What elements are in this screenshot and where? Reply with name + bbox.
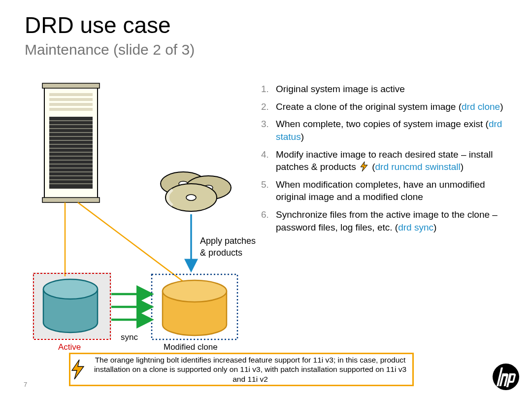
apply-label-line2: & products xyxy=(200,248,242,258)
step-5-text: When modification completes, have an unm… xyxy=(276,179,485,202)
svg-point-31 xyxy=(43,279,98,299)
steps-list: Original system image is active Create a… xyxy=(261,83,512,238)
apply-label-line1: Apply patches xyxy=(200,236,256,246)
page-number: 7 xyxy=(24,381,27,388)
server-icon xyxy=(42,83,100,202)
svg-rect-6 xyxy=(49,108,93,111)
sync-label: sync xyxy=(121,332,138,342)
svg-marker-36 xyxy=(361,162,367,171)
note-box: The orange lightning bolt identifies inc… xyxy=(69,353,414,386)
svg-rect-5 xyxy=(49,103,93,106)
step-3-pre: When complete, two copies of system imag… xyxy=(276,119,489,129)
step-4-cmd: drd runcmd swinstall xyxy=(375,162,461,172)
modified-disk-icon xyxy=(163,280,227,335)
svg-rect-2 xyxy=(42,198,100,202)
step-4-mid: ( xyxy=(369,162,375,172)
slide: DRD use case Maintenance (slide 2 of 3) xyxy=(0,0,532,399)
lightning-icon xyxy=(70,360,92,379)
svg-rect-3 xyxy=(49,93,93,96)
slide-title: DRD use case xyxy=(25,12,171,38)
step-2: Create a clone of the original system im… xyxy=(261,100,512,113)
step-2-cmd: drd clone xyxy=(462,101,500,112)
svg-rect-7 xyxy=(49,117,93,189)
step-6-post: ) xyxy=(433,222,436,233)
step-1: Original system image is active xyxy=(261,83,512,96)
active-disk-icon xyxy=(43,279,98,332)
step-2-post: ) xyxy=(500,101,503,112)
svg-point-32 xyxy=(163,280,227,302)
step-4: Modify inactive image to reach desired s… xyxy=(261,148,512,173)
hp-logo-icon xyxy=(492,363,520,391)
svg-point-30 xyxy=(186,195,196,200)
diagram-svg xyxy=(25,81,256,357)
sync-arrows xyxy=(111,294,149,320)
step-1-text: Original system image is active xyxy=(276,84,405,94)
svg-rect-4 xyxy=(49,98,93,101)
step-6: Synchronize files from the active image … xyxy=(261,208,512,233)
step-4-post: ) xyxy=(461,162,464,172)
modified-label: Modified clone xyxy=(164,342,218,352)
step-6-cmd: drd sync xyxy=(398,222,433,233)
lightning-icon xyxy=(360,162,368,171)
slide-subtitle: Maintenance (slide 2 of 3) xyxy=(25,41,195,58)
step-2-pre: Create a clone of the original system im… xyxy=(276,101,462,112)
active-label: Active xyxy=(58,342,81,352)
diagram: Apply patches & products Active Modified… xyxy=(25,81,256,357)
svg-marker-37 xyxy=(72,360,84,379)
note-text: The orange lightning bolt identifies inc… xyxy=(92,354,412,385)
step-6-pre: Synchronize files from the active image … xyxy=(276,209,498,233)
step-3: When complete, two copies of system imag… xyxy=(261,118,512,143)
step-3-post: ) xyxy=(301,132,304,142)
discs-icon xyxy=(161,172,231,211)
step-5: When modification completes, have an unm… xyxy=(261,178,512,203)
svg-rect-1 xyxy=(42,83,100,88)
